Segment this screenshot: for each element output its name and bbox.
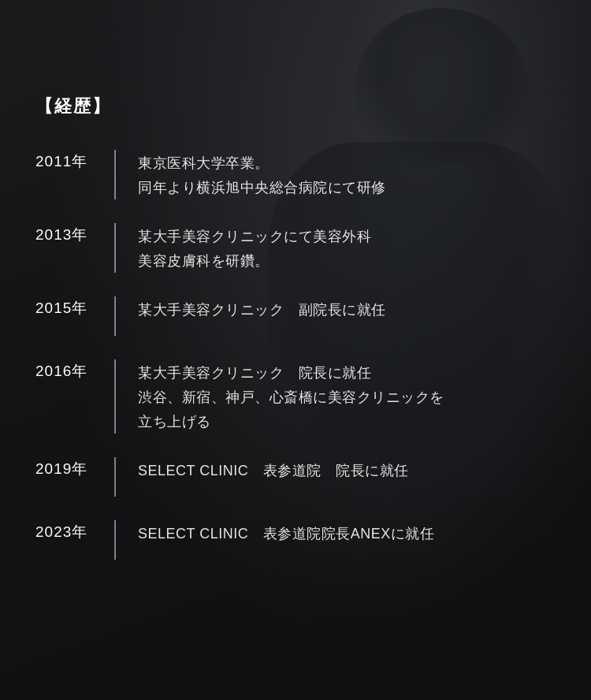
timeline-item: 2023年SELECT CLINIC 表参道院院長ANEXに就任 — [35, 520, 556, 560]
timeline-year: 2013年 — [35, 223, 114, 245]
timeline-divider — [114, 223, 116, 273]
timeline-divider — [114, 359, 116, 434]
timeline-year: 2023年 — [35, 520, 114, 542]
timeline-year: 2019年 — [35, 457, 114, 479]
timeline-description: 東京医科大学卒業。同年より横浜旭中央総合病院にて研修 — [138, 150, 386, 199]
timeline-item: 2011年東京医科大学卒業。同年より横浜旭中央総合病院にて研修 — [35, 150, 556, 199]
timeline-divider — [114, 150, 116, 199]
timeline: 2011年東京医科大学卒業。同年より横浜旭中央総合病院にて研修2013年某大手美… — [35, 150, 556, 583]
timeline-description: 某大手美容クリニック 副院長に就任 — [138, 296, 386, 322]
timeline-year: 2015年 — [35, 296, 114, 318]
section-title: 【経歴】 — [35, 95, 556, 118]
timeline-description: 某大手美容クリニックにて美容外科美容皮膚科を研鑽。 — [138, 223, 371, 273]
timeline-divider — [114, 520, 116, 560]
timeline-item: 2016年某大手美容クリニック 院長に就任渋谷、新宿、神戸、心斎橋に美容クリニッ… — [35, 359, 556, 434]
timeline-divider — [114, 457, 116, 497]
timeline-description: SELECT CLINIC 表参道院 院長に就任 — [138, 457, 409, 483]
timeline-item: 2019年SELECT CLINIC 表参道院 院長に就任 — [35, 457, 556, 497]
timeline-year: 2011年 — [35, 150, 114, 172]
timeline-item: 2013年某大手美容クリニックにて美容外科美容皮膚科を研鑽。 — [35, 223, 556, 273]
timeline-divider — [114, 296, 116, 336]
timeline-item: 2015年某大手美容クリニック 副院長に就任 — [35, 296, 556, 336]
timeline-year: 2016年 — [35, 359, 114, 382]
timeline-description: SELECT CLINIC 表参道院院長ANEXに就任 — [138, 520, 434, 546]
timeline-description: 某大手美容クリニック 院長に就任渋谷、新宿、神戸、心斎橋に美容クリニックを立ち上… — [138, 359, 444, 434]
main-content: 【経歴】 2011年東京医科大学卒業。同年より横浜旭中央総合病院にて研修2013… — [0, 0, 591, 700]
